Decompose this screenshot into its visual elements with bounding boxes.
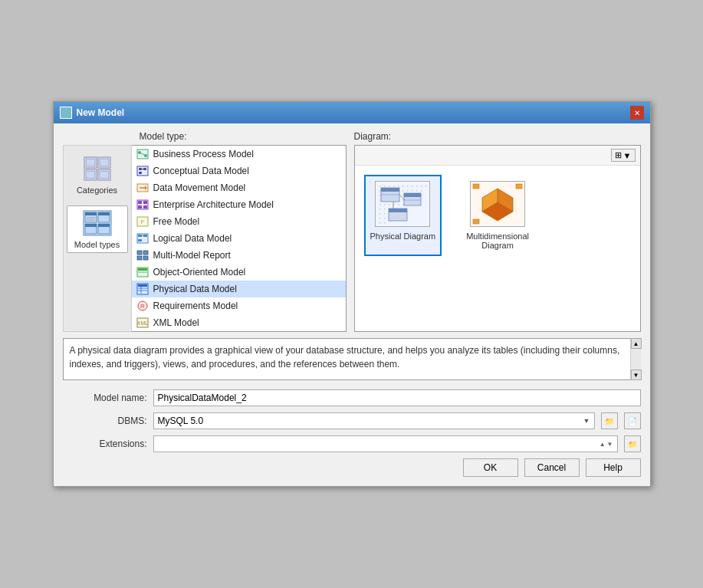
enterprise-arch-icon: [136, 199, 149, 211]
object-oriented-icon: [136, 266, 149, 278]
dbms-label: DBMS:: [63, 416, 147, 426]
svg-rect-10: [85, 212, 97, 215]
list-item[interactable]: Multi-Model Report: [132, 247, 346, 264]
svg-rect-80: [421, 190, 422, 192]
diagram-items: Physical Diagram: [355, 166, 640, 265]
svg-rect-7: [100, 171, 109, 179]
list-item[interactable]: Conceptual Data Model: [132, 163, 346, 179]
svg-rect-120: [384, 222, 386, 224]
ext-spin-down[interactable]: ▼: [607, 441, 613, 448]
svg-rect-24: [139, 168, 142, 170]
svg-rect-65: [402, 186, 404, 187]
list-item[interactable]: XML XML Model: [132, 314, 346, 331]
list-item[interactable]: F Free Model: [132, 213, 346, 230]
physical-diagram-label: Physical Diagram: [370, 232, 436, 241]
svg-rect-70: [425, 186, 427, 187]
description-container: A physical data diagram provides a graph…: [63, 338, 641, 380]
list-item[interactable]: Logical Data Model: [132, 230, 346, 247]
svg-rect-77: [407, 190, 409, 192]
svg-rect-69: [421, 186, 422, 187]
folder-icon: 📁: [605, 417, 614, 425]
diagram-item-multidimensional[interactable]: Multidimensional Diagram: [457, 175, 538, 256]
model-type-label: Model type:: [140, 131, 347, 142]
svg-rect-45: [137, 256, 142, 260]
extensions-field[interactable]: ▲ ▼: [153, 435, 618, 452]
svg-rect-60: [379, 186, 381, 187]
dbms-new-button[interactable]: 📄: [624, 412, 641, 429]
list-item-physical-data[interactable]: Physical Data Model: [132, 281, 346, 297]
list-item[interactable]: Enterprise Architecture Model: [132, 196, 346, 213]
svg-rect-104: [402, 204, 404, 205]
diagram-item-physical[interactable]: Physical Diagram: [364, 175, 442, 256]
list-item[interactable]: Object-Oriented Model: [132, 264, 346, 281]
list-item[interactable]: Business Process Model: [132, 146, 346, 163]
sidebar-item-model-types[interactable]: Model types: [67, 205, 128, 253]
svg-rect-68: [416, 186, 418, 187]
svg-rect-44: [143, 251, 148, 255]
svg-rect-71: [379, 190, 381, 192]
model-name-label: Model name:: [63, 393, 147, 403]
list-item[interactable]: Data Movement Model: [132, 179, 346, 196]
svg-rect-23: [137, 166, 148, 176]
svg-rect-46: [143, 256, 148, 260]
list-item[interactable]: R Requirements Model: [132, 297, 346, 314]
model-name-input[interactable]: [153, 389, 641, 406]
svg-rect-119: [379, 222, 381, 224]
multidimensional-diagram-thumb: [470, 181, 525, 227]
svg-text:F: F: [140, 218, 144, 225]
ext-spin-up[interactable]: ▲: [600, 441, 606, 448]
svg-rect-34: [138, 205, 142, 209]
svg-text:R: R: [140, 303, 145, 310]
xml-model-icon: XML: [136, 317, 149, 329]
svg-rect-122: [381, 188, 399, 192]
multidimensional-diagram-label: Multidimensional Diagram: [463, 232, 532, 250]
free-model-icon: F: [136, 215, 149, 228]
extensions-row: Extensions: ▲ ▼ 📁: [63, 435, 641, 452]
svg-rect-51: [138, 284, 147, 287]
svg-rect-96: [402, 199, 404, 201]
dbms-row: DBMS: MySQL 5.0 ▼ 📁 📄: [63, 412, 641, 429]
dbms-dropdown-arrow: ▼: [583, 417, 590, 425]
svg-rect-76: [402, 190, 404, 192]
svg-rect-103: [398, 204, 399, 205]
dbms-dropdown[interactable]: MySQL 5.0 ▼: [153, 412, 595, 429]
extensions-browse-button[interactable]: 📁: [624, 435, 641, 452]
dialog-icon: [60, 107, 72, 119]
business-process-icon: [136, 148, 149, 160]
dbms-browse-button[interactable]: 📁: [601, 412, 618, 429]
svg-rect-136: [516, 184, 522, 189]
svg-rect-79: [416, 190, 418, 192]
help-button[interactable]: Help: [586, 458, 641, 477]
svg-rect-16: [85, 224, 97, 227]
svg-rect-3: [100, 159, 109, 166]
close-button[interactable]: ✕: [630, 106, 644, 120]
svg-rect-113: [384, 213, 386, 215]
sidebar-item-categories[interactable]: Categories: [67, 152, 128, 198]
description-scrollbar[interactable]: ▲ ▼: [630, 338, 641, 380]
model-list[interactable]: Business Process Model Conceptual Data M…: [132, 145, 347, 332]
svg-rect-125: [404, 193, 421, 197]
dialog-body: Model type: Diagram:: [54, 123, 650, 486]
diagram-label: Diagram:: [354, 131, 392, 142]
svg-rect-117: [384, 218, 386, 219]
multi-model-icon: [136, 249, 149, 261]
extensions-label: Extensions:: [63, 439, 147, 449]
svg-text:XML: XML: [136, 320, 148, 326]
svg-rect-100: [384, 204, 386, 205]
logical-data-icon: [136, 232, 149, 245]
scroll-down-arrow[interactable]: ▼: [631, 370, 642, 380]
svg-rect-86: [402, 195, 404, 196]
svg-rect-101: [389, 204, 390, 205]
dbms-value: MySQL 5.0: [158, 416, 204, 426]
svg-rect-43: [137, 251, 142, 255]
view-toggle-button[interactable]: ⊞ ▼: [611, 149, 636, 162]
description-text: A physical data diagram provides a graph…: [63, 338, 641, 380]
scroll-up-arrow[interactable]: ▲: [631, 338, 642, 349]
categories-label: Categories: [77, 186, 117, 195]
cancel-button[interactable]: Cancel: [524, 458, 580, 477]
bottom-buttons: OK Cancel Help: [63, 458, 641, 477]
ok-button[interactable]: OK: [463, 458, 518, 477]
dialog-title: New Model: [77, 107, 125, 118]
svg-rect-78: [412, 190, 413, 192]
grid-icon: ⊞: [615, 150, 622, 160]
